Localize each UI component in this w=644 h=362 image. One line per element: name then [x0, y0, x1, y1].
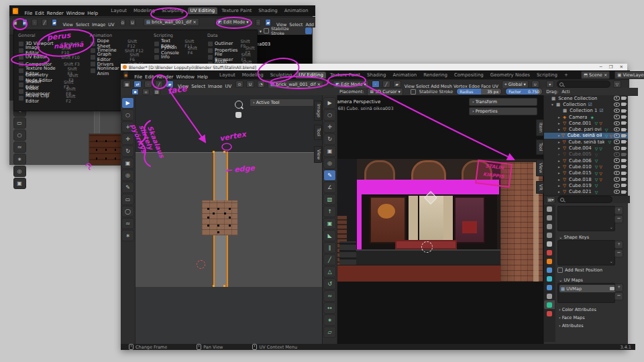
vertex-select-icon[interactable]: ·: [256, 19, 262, 26]
image-selector[interactable]: ▤ brick_wall_001_dif×: [268, 80, 323, 88]
collection-checkbox[interactable]: ☑: [588, 102, 592, 107]
pivot-icon[interactable]: ⊙: [235, 80, 244, 88]
properties-context-icon[interactable]: ▤▾: [546, 196, 555, 203]
face-select-icon[interactable]: ▰: [393, 80, 401, 88]
annotate-tool-icon[interactable]: ✎: [323, 170, 336, 181]
shear-tool-icon[interactable]: ▱: [323, 326, 336, 338]
workspace-tab[interactable]: Sculpting: [268, 72, 295, 78]
workspace-tab[interactable]: Scripting: [534, 72, 560, 78]
filter-icon[interactable]: ▽: [613, 80, 621, 88]
hide-in-viewport-toggle[interactable]: [614, 165, 620, 170]
sidebar-tab-image[interactable]: Image: [314, 101, 322, 121]
disable-in-renders-toggle[interactable]: [621, 140, 626, 143]
outliner-row[interactable]: ▾ ▦ Collection ☑: [544, 101, 628, 107]
workspace-tab[interactable]: Sculpting: [159, 7, 186, 14]
disable-in-renders-toggle[interactable]: [621, 115, 626, 119]
transform-tool-icon[interactable]: ◎: [121, 170, 134, 181]
scale-tool-icon[interactable]: ▣: [121, 158, 134, 169]
workspace-tab[interactable]: Modeling: [131, 7, 158, 14]
zoom-icon[interactable]: [235, 101, 243, 109]
transform-orientation-selector[interactable]: ⌖Global▾: [502, 80, 529, 88]
object-properties-tab[interactable]: [544, 257, 555, 265]
uv-vertex-handle[interactable]: [223, 285, 225, 287]
outliner-row[interactable]: ▸ ▽ Cube. seinä oikea003 ▽ ▽: [544, 133, 628, 139]
drag-value[interactable]: Acti: [561, 89, 570, 95]
pan-hand-icon[interactable]: [235, 112, 241, 118]
disable-in-renders-toggle[interactable]: [621, 121, 626, 125]
add-cube-tool-icon[interactable]: ▧: [323, 194, 336, 205]
disable-in-renders-toggle[interactable]: [621, 134, 626, 137]
editor-type-dropdown[interactable]: ▦: [123, 80, 131, 88]
sidebar-tab-tool[interactable]: Tool: [314, 125, 322, 140]
world-properties-tab[interactable]: [544, 248, 555, 257]
expand-arrow[interactable]: ▸: [558, 152, 563, 156]
close-button[interactable]: ✕: [620, 64, 623, 70]
placement-selector[interactable]: ⊞3D Cursor▾: [367, 88, 402, 96]
outliner-row[interactable]: ▸ ▽ Cube.005 ▽: [544, 152, 628, 158]
scene-selector[interactable]: ⬒Scene×: [581, 71, 610, 79]
outliner-row[interactable]: ▸ ▽ Cube.018 ▽ ▽: [544, 176, 628, 182]
object-data-properties-tab[interactable]: [544, 300, 555, 309]
uv-vertex-handle[interactable]: [213, 151, 215, 153]
snap-icon[interactable]: U: [129, 19, 136, 26]
expand-arrow[interactable]: ▸: [558, 127, 563, 131]
hide-in-viewport-toggle[interactable]: [614, 152, 620, 157]
blue-button[interactable]: [305, 27, 312, 34]
disable-in-renders-toggle[interactable]: [621, 172, 626, 175]
sidebar-tab-view[interactable]: View: [314, 146, 322, 163]
workspace-tab[interactable]: Layout: [217, 72, 238, 78]
remove-item-button[interactable]: −: [614, 249, 623, 257]
hide-in-viewport-toggle[interactable]: [614, 127, 620, 132]
uv-select-edge-icon[interactable]: ▫: [142, 88, 150, 95]
outliner-row[interactable]: ▸ ▽ Cube. pari ovi ▽: [544, 126, 628, 132]
workspace-tab[interactable]: Shading: [256, 7, 280, 14]
remove-item-button[interactable]: −: [614, 292, 623, 300]
collection-checkbox[interactable]: ☑: [599, 108, 603, 113]
outliner-row[interactable]: ▸ ▽ Cube.010 ▽ ▽: [544, 164, 628, 170]
remove-item-button[interactable]: −: [614, 215, 623, 223]
uv-sync-icon[interactable]: ⇄: [133, 80, 142, 88]
disable-in-renders-toggle[interactable]: [621, 103, 626, 106]
outliner-display-mode[interactable]: ▾: [546, 80, 554, 88]
select-circle-tool-icon[interactable]: ○: [13, 129, 26, 141]
hide-in-viewport-toggle[interactable]: [614, 109, 620, 113]
expand-arrow[interactable]: ▸: [558, 115, 563, 119]
expand-arrow[interactable]: ▸: [558, 146, 563, 150]
poly-build-tool-icon[interactable]: △: [323, 266, 336, 278]
shape-keys-section[interactable]: ⌄ Shape Keys: [559, 235, 589, 240]
edge-select-icon[interactable]: ╱: [42, 19, 48, 26]
uvmap-row[interactable]: ▦ UVMap: [559, 285, 616, 292]
material-properties-tab[interactable]: [544, 309, 555, 318]
maximize-button[interactable]: ❐: [609, 64, 613, 70]
pinch-tool-icon[interactable]: ∗: [13, 154, 26, 165]
workspace-tab[interactable]: Layout: [108, 7, 129, 14]
workspace-tab[interactable]: UV Editing: [296, 72, 326, 78]
disable-in-renders-toggle[interactable]: [621, 97, 626, 100]
hide-in-viewport-toggle[interactable]: [614, 96, 620, 101]
hide-in-viewport-toggle[interactable]: [614, 133, 620, 138]
outliner-row[interactable]: ▦ Collection 1 ☑: [544, 108, 628, 114]
stabilize-checkbox[interactable]: [411, 89, 416, 95]
uv-vertex-handle[interactable]: [213, 285, 215, 287]
shape-keys-list[interactable]: ＋− ⌄: [557, 240, 615, 265]
disable-in-renders-toggle[interactable]: [621, 147, 626, 150]
relax-tool-icon[interactable]: ≈: [13, 141, 26, 153]
bevel-tool-icon[interactable]: ◣: [323, 230, 336, 241]
uv-maps-section[interactable]: ⌄ UV Maps: [559, 278, 583, 283]
outliner-row[interactable]: ▸ ▽ Cube.004 ▽ ▽: [544, 145, 628, 151]
move-tool-icon[interactable]: ✛: [121, 133, 134, 145]
shrink-fatten-tool-icon[interactable]: ∗: [323, 314, 336, 326]
menu-item[interactable]: Graph EditorShift F6: [89, 54, 146, 60]
outliner-row[interactable]: ▸ ▽ Cone.001 ▽ ▽: [544, 120, 628, 126]
rotate-tool-icon[interactable]: ↻: [121, 145, 134, 157]
hide-in-viewport-toggle[interactable]: [614, 115, 620, 119]
tweak-tool-icon[interactable]: ▶: [323, 97, 336, 109]
annotate-tool-icon[interactable]: ✎: [121, 182, 134, 193]
relax-tool-icon[interactable]: ≈: [121, 218, 134, 229]
editor-type-dropdown[interactable]: ▦: [12, 19, 18, 26]
disable-in-renders-toggle[interactable]: [621, 128, 626, 131]
tweak-tool-icon[interactable]: ▶: [121, 97, 134, 109]
menu-item[interactable]: Dope SheetShift F12: [89, 40, 146, 47]
loop-cut-tool-icon[interactable]: ∥: [323, 242, 336, 253]
view-layer-properties-tab[interactable]: [544, 231, 555, 239]
